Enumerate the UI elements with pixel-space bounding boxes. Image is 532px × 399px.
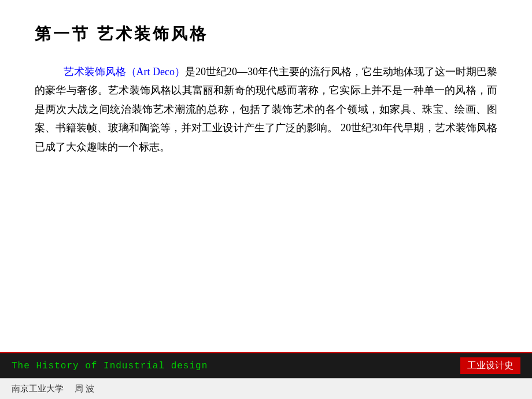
footer-course-name-zh: 工业设计史 (460, 357, 520, 374)
slide-title: 第一节 艺术装饰风格 (35, 23, 497, 45)
university-info: 南京工业大学 周 波 (0, 378, 532, 399)
professor-name: 周 波 (75, 384, 94, 393)
bottom-section: The History of Industrial design 工业设计史 南… (0, 352, 532, 399)
footer-bar: The History of Industrial design 工业设计史 (0, 352, 532, 378)
body-text: 是20世纪20—30年代主要的流行风格，它生动地体现了这一时期巴黎的豪华与奢侈。… (35, 66, 497, 153)
footer-course-name-en: The History of Industrial design (12, 361, 208, 371)
university-name: 南京工业大学 (12, 384, 64, 393)
slide-body: 艺术装饰风格（Art Deco）是20世纪20—30年代主要的流行风格，它生动地… (35, 62, 497, 156)
slide-container: 第一节 艺术装饰风格 艺术装饰风格（Art Deco）是20世纪20—30年代主… (0, 0, 532, 399)
body-paragraph: 艺术装饰风格（Art Deco）是20世纪20—30年代主要的流行风格，它生动地… (35, 62, 497, 156)
art-deco-term: 艺术装饰风格（Art Deco） (64, 66, 185, 77)
main-content: 第一节 艺术装饰风格 艺术装饰风格（Art Deco）是20世纪20—30年代主… (0, 0, 532, 352)
